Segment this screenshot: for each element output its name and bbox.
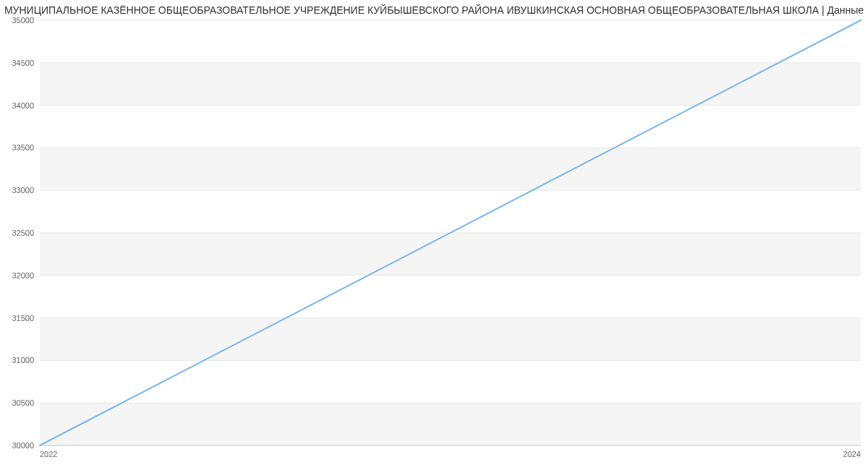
plot-band <box>40 20 861 63</box>
y-tick-label: 34000 <box>12 101 34 110</box>
y-tick-label: 33000 <box>12 186 34 195</box>
plot-band <box>40 190 861 233</box>
y-tick-label: 31000 <box>12 356 34 364</box>
y-tick-label: 34500 <box>12 59 34 67</box>
y-tick-label: 30500 <box>12 398 34 407</box>
y-tick-label: 31500 <box>12 314 34 322</box>
x-tick-label: 2024 <box>843 450 861 458</box>
y-tick-label: 32500 <box>12 228 34 237</box>
y-tick-label: 30000 <box>12 441 34 450</box>
y-tick-label: 32000 <box>12 271 34 280</box>
plot-band <box>40 148 861 190</box>
plot-band <box>40 275 861 318</box>
plot-band <box>40 233 861 275</box>
x-tick-label: 2022 <box>40 450 57 458</box>
y-tick-label: 35000 <box>12 16 34 25</box>
y-tick-label: 33500 <box>12 143 34 152</box>
plot-band <box>40 318 861 361</box>
plot-band <box>40 403 861 445</box>
line-chart: 3000030500310003150032000325003300033500… <box>0 0 868 470</box>
plot-band <box>40 106 861 148</box>
